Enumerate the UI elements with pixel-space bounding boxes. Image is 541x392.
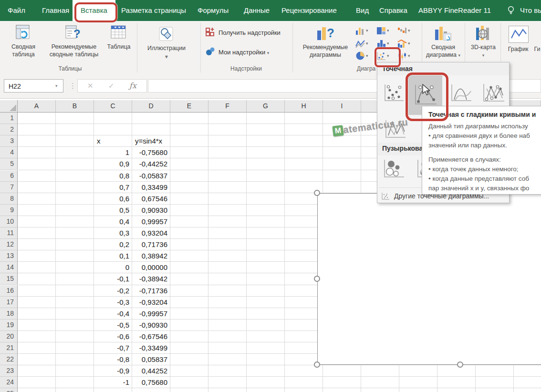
cell-C6[interactable]: 0,8 xyxy=(94,170,132,182)
row-header-12[interactable]: 12 xyxy=(0,239,18,250)
cell-D11[interactable]: 0,93204 xyxy=(132,227,170,239)
tab-review[interactable]: Рецензирование xyxy=(281,0,337,21)
line-chart-button[interactable]: ▾ xyxy=(355,38,375,49)
formula-bar-grip-icon[interactable]: ⋮ xyxy=(69,79,76,93)
cell-C9[interactable]: 0,5 xyxy=(94,205,132,216)
cell-C23[interactable]: -0,9 xyxy=(94,365,132,377)
cell-C20[interactable]: -0,6 xyxy=(94,331,132,342)
cell-D12[interactable]: 0,71736 xyxy=(132,239,170,250)
chart-handle-bottom-left[interactable] xyxy=(314,361,320,368)
row-header-18[interactable]: 18 xyxy=(0,308,18,320)
bubble-option[interactable] xyxy=(380,153,407,184)
cell-D3[interactable]: y=sin4*x xyxy=(132,135,170,147)
pie-chart-button[interactable]: ▾ xyxy=(355,50,375,62)
cell-D8[interactable]: 0,67546 xyxy=(132,193,170,205)
name-box-caret-icon[interactable]: ▾ xyxy=(55,79,58,93)
cell-C12[interactable]: 0,2 xyxy=(94,239,132,250)
my-addins-button[interactable]: Мои надстройки ▾ xyxy=(218,49,269,56)
cell-D4[interactable]: -0,75680 xyxy=(132,147,170,158)
row-header-17[interactable]: 17 xyxy=(0,297,18,308)
column-header-A[interactable]: A xyxy=(18,100,56,113)
row-header-1[interactable]: 1 xyxy=(0,113,18,124)
recommended-charts-button[interactable]: Рекомендуемые диаграммы xyxy=(297,44,354,59)
recommended-pivot-icon[interactable]: ? xyxy=(65,24,81,42)
cell-C17[interactable]: -0,3 xyxy=(94,297,132,308)
cell-D19[interactable]: -0,90930 xyxy=(132,320,170,331)
row-header-8[interactable]: 8 xyxy=(0,193,18,205)
cell-D24[interactable]: 0,75680 xyxy=(132,377,170,388)
row-header-2[interactable]: 2 xyxy=(0,124,18,135)
tab-formulas[interactable]: Формулы xyxy=(198,0,229,21)
row-header-15[interactable]: 15 xyxy=(0,273,18,285)
cancel-icon[interactable]: ✕ xyxy=(87,80,94,92)
column-header-C[interactable]: C xyxy=(94,100,132,113)
cell-C13[interactable]: 0,1 xyxy=(94,250,132,262)
pivot-table-button[interactable]: Сводная таблица xyxy=(2,43,45,58)
column-header-H[interactable]: H xyxy=(285,100,323,113)
row-header-24[interactable]: 24 xyxy=(0,377,18,388)
row-header-13[interactable]: 13 xyxy=(0,250,18,262)
cell-D5[interactable]: -0,44252 xyxy=(132,158,170,170)
cell-D20[interactable]: -0,67546 xyxy=(132,331,170,342)
row-header-22[interactable]: 22 xyxy=(0,354,18,365)
cell-D22[interactable]: 0,05837 xyxy=(132,354,170,365)
cell-D9[interactable]: 0,90930 xyxy=(132,205,170,216)
my-addins-icon[interactable] xyxy=(205,46,216,59)
table-icon[interactable] xyxy=(110,24,126,42)
chart-placeholder[interactable] xyxy=(317,193,541,365)
insert-function-icon[interactable]: ƒx xyxy=(129,80,136,92)
get-addins-icon[interactable] xyxy=(205,27,216,39)
row-header-20[interactable]: 20 xyxy=(0,331,18,342)
illustrations-button[interactable]: Иллюстрации xyxy=(141,45,192,52)
treemap-chart-button[interactable]: ▾ xyxy=(376,25,395,36)
scatter-markers-option[interactable] xyxy=(380,77,407,109)
cell-D21[interactable]: -0,33499 xyxy=(132,342,170,354)
row-header-21[interactable]: 21 xyxy=(0,342,18,354)
cell-C16[interactable]: -0,2 xyxy=(94,285,132,297)
cell-D13[interactable]: 0,38942 xyxy=(132,250,170,262)
map3d-icon[interactable] xyxy=(474,25,491,44)
row-header-6[interactable]: 6 xyxy=(0,170,18,182)
row-header-10[interactable]: 10 xyxy=(0,216,18,227)
recommended-charts-icon[interactable]: ? xyxy=(316,25,334,44)
column-header-F[interactable]: F xyxy=(208,100,247,113)
cell-C19[interactable]: -0,5 xyxy=(94,320,132,331)
cell-C21[interactable]: -0,7 xyxy=(94,342,132,354)
sparkline-graph-button[interactable]: График xyxy=(505,46,531,53)
cell-C14[interactable]: 0 xyxy=(94,262,132,273)
chart-handle-top-left[interactable] xyxy=(314,190,320,196)
tab-home[interactable]: Главная xyxy=(42,0,69,21)
scatter-lines-markers-option[interactable] xyxy=(479,77,508,109)
tab-view[interactable]: Вид xyxy=(356,0,369,21)
row-header-9[interactable]: 9 xyxy=(0,205,18,216)
illustrations-icon[interactable] xyxy=(157,25,175,44)
column-header-G[interactable]: G xyxy=(247,100,285,113)
cell-D18[interactable]: -0,99957 xyxy=(132,308,170,320)
row-header-4[interactable]: 4 xyxy=(0,147,18,158)
sparkline-graph-icon[interactable] xyxy=(509,26,529,45)
cell-C22[interactable]: -0,8 xyxy=(94,354,132,365)
combo-chart-button[interactable]: ▾ xyxy=(397,38,416,49)
pivot-chart-icon[interactable] xyxy=(434,25,452,44)
cell-D17[interactable]: -0,93204 xyxy=(132,297,170,308)
row-header-14[interactable]: 14 xyxy=(0,262,18,273)
cell-D15[interactable]: -0,38942 xyxy=(132,273,170,285)
select-all-corner[interactable] xyxy=(0,100,18,113)
cell-C8[interactable]: 0,6 xyxy=(94,193,132,205)
tab-file[interactable]: Файл xyxy=(8,0,25,21)
cell-C11[interactable]: 0,3 xyxy=(94,227,132,239)
waterfall-chart-button[interactable]: ▾ xyxy=(397,25,416,36)
scatter-smooth-option[interactable] xyxy=(447,77,475,109)
chart-handle-mid-left[interactable] xyxy=(314,276,320,282)
cell-C5[interactable]: 0,9 xyxy=(94,158,132,170)
pivot-table-icon[interactable] xyxy=(15,24,31,42)
map3d-button[interactable]: 3D-карта ▾ xyxy=(470,44,496,59)
cell-D6[interactable]: -0,05837 xyxy=(132,170,170,182)
cell-D7[interactable]: 0,33499 xyxy=(132,182,170,193)
tab-page-layout[interactable]: Разметка страницы xyxy=(121,0,186,21)
cell-C10[interactable]: 0,4 xyxy=(94,216,132,227)
cell-D14[interactable]: 0,00000 xyxy=(132,262,170,273)
row-header-3[interactable]: 3 xyxy=(0,135,18,147)
sparkline-histogram-button-partial[interactable]: Ги xyxy=(531,46,541,53)
column-header-B[interactable]: B xyxy=(56,100,94,113)
